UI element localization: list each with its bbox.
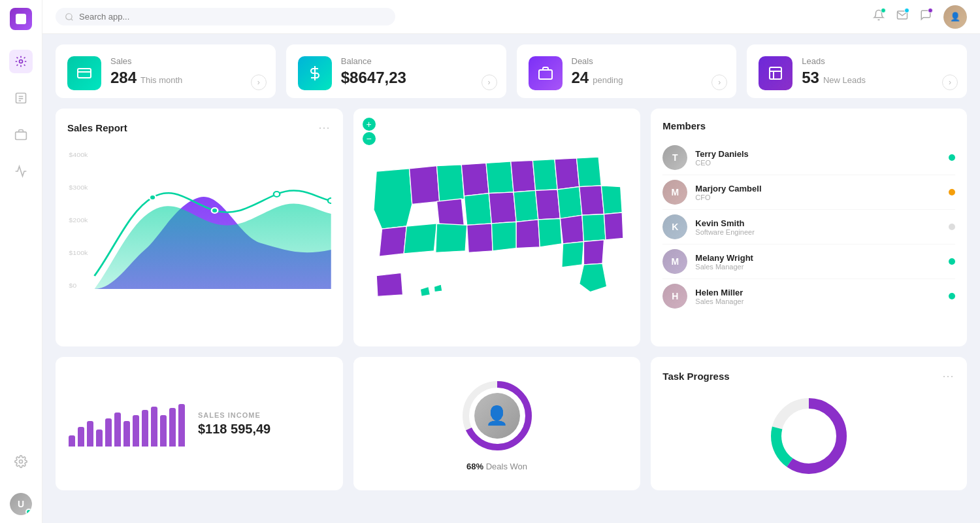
svg-text:$0: $0 — [69, 282, 76, 289]
member-row: M Marjory Cambell CFO — [662, 175, 955, 210]
member-avatar-melany: M — [662, 249, 687, 274]
member-status-marjory — [949, 189, 955, 195]
svg-point-0 — [20, 60, 23, 63]
svg-marker-38 — [532, 160, 557, 191]
member-row: T Terry Daniels CEO — [662, 141, 955, 175]
svg-point-21 — [150, 195, 155, 200]
svg-text:$200k: $200k — [69, 217, 88, 224]
sidebar-item-documents[interactable] — [9, 86, 33, 110]
member-role-marjory: CFO — [695, 194, 941, 201]
deals-won-card: 👤 68% Deals Won — [353, 357, 641, 490]
deals-arrow[interactable]: › — [711, 75, 727, 90]
sidebar-item-settings[interactable] — [9, 450, 33, 473]
svg-point-22 — [212, 208, 218, 213]
member-role-kevin: Software Engineer — [695, 228, 941, 236]
svg-marker-33 — [464, 194, 491, 226]
svg-marker-37 — [510, 160, 535, 192]
svg-text:$300k: $300k — [69, 184, 88, 191]
svg-line-8 — [71, 18, 73, 20]
messages-button[interactable] — [896, 9, 908, 24]
balance-icon — [298, 56, 332, 90]
svg-marker-26 — [374, 169, 412, 229]
search-icon — [65, 12, 74, 22]
sales-label: Sales — [110, 56, 264, 66]
member-avatar-kevin: K — [662, 214, 687, 239]
svg-rect-13 — [770, 67, 781, 79]
map-zoom-out[interactable]: − — [363, 132, 376, 145]
balance-arrow[interactable]: › — [482, 75, 497, 90]
bar-item — [87, 421, 93, 447]
svg-marker-32 — [486, 161, 514, 194]
deals-stat-card: Deals 24 pending › — [517, 44, 737, 98]
deals-won-label: 68% Deals Won — [466, 462, 527, 471]
member-row: H Helen Miller Sales Manager — [662, 279, 955, 313]
leads-arrow[interactable]: › — [942, 75, 958, 90]
member-row: M Melany Wright Sales Manager — [662, 245, 955, 279]
member-name-melany: Melany Wright — [695, 253, 941, 263]
member-status-terry — [949, 154, 955, 161]
sidebar: U — [0, 0, 42, 523]
balance-value: $8647,23 — [341, 69, 495, 87]
member-info-terry: Terry Daniels CEO — [695, 149, 941, 167]
svg-marker-30 — [404, 224, 436, 254]
map-zoom-in[interactable]: + — [363, 118, 376, 131]
leads-value: 53 New Leads — [802, 69, 955, 87]
svg-marker-50 — [583, 240, 604, 265]
deals-donut: 👤 — [458, 377, 536, 455]
member-status-kevin — [949, 224, 955, 230]
svg-rect-9 — [78, 69, 91, 78]
sidebar-item-briefcase[interactable] — [9, 123, 33, 146]
deals-value: 24 pending — [572, 69, 725, 87]
bar-item — [123, 421, 130, 447]
member-status-helen — [949, 293, 955, 299]
sales-arrow[interactable]: › — [251, 75, 267, 90]
svg-marker-52 — [491, 222, 516, 250]
member-avatar-terry: T — [662, 145, 687, 170]
leads-label: Leads — [802, 56, 955, 66]
member-info-kevin: Kevin Smith Software Engineer — [695, 218, 941, 236]
svg-marker-46 — [560, 215, 583, 244]
member-role-helen: Sales Manager — [695, 297, 941, 305]
balance-label: Balance — [341, 56, 495, 66]
content-area: Sales 284 This month › — [42, 34, 980, 523]
bar-item — [151, 407, 157, 447]
member-name-marjory: Marjory Cambell — [695, 184, 941, 194]
svg-point-7 — [66, 13, 72, 19]
svg-marker-45 — [601, 186, 622, 214]
income-info: SALES INCOME $118 595,49 — [198, 411, 270, 437]
task-progress-menu[interactable]: ⋯ — [942, 369, 955, 383]
sales-report-title: Sales Report — [67, 122, 127, 133]
income-label: SALES INCOME — [198, 411, 270, 419]
task-progress-card: Task Progress ⋯ — [651, 357, 967, 490]
search-box[interactable] — [56, 8, 395, 25]
member-status-melany — [949, 258, 955, 265]
chat-button[interactable] — [920, 9, 932, 24]
member-name-helen: Helen Miller — [695, 288, 941, 297]
svg-point-23 — [274, 192, 280, 197]
bar-item — [78, 427, 84, 447]
sales-income-chart — [69, 401, 185, 447]
svg-marker-56 — [376, 273, 402, 296]
sidebar-item-analytics[interactable] — [9, 160, 33, 183]
header: 👤 — [42, 0, 980, 34]
user-avatar[interactable]: 👤 — [943, 5, 967, 29]
notifications-button[interactable] — [873, 9, 885, 24]
svg-point-24 — [328, 198, 331, 203]
member-name-terry: Terry Daniels — [695, 149, 941, 159]
svg-marker-27 — [409, 166, 439, 205]
sidebar-user-avatar[interactable]: U — [10, 493, 32, 515]
bar-item — [142, 410, 148, 447]
svg-marker-44 — [579, 186, 604, 215]
sales-income-card: SALES INCOME $118 595,49 — [56, 357, 343, 490]
bar-item — [69, 435, 75, 447]
search-input[interactable] — [79, 12, 386, 22]
sidebar-item-dashboard[interactable] — [9, 50, 33, 73]
svg-marker-43 — [557, 187, 582, 219]
app-logo[interactable] — [10, 8, 32, 30]
stat-cards-row: Sales 284 This month › — [56, 44, 967, 98]
member-role-terry: CEO — [695, 159, 941, 167]
sales-report-menu[interactable]: ⋯ — [318, 120, 331, 135]
member-info-melany: Melany Wright Sales Manager — [695, 253, 941, 271]
svg-marker-36 — [436, 224, 467, 252]
us-map — [360, 115, 634, 337]
